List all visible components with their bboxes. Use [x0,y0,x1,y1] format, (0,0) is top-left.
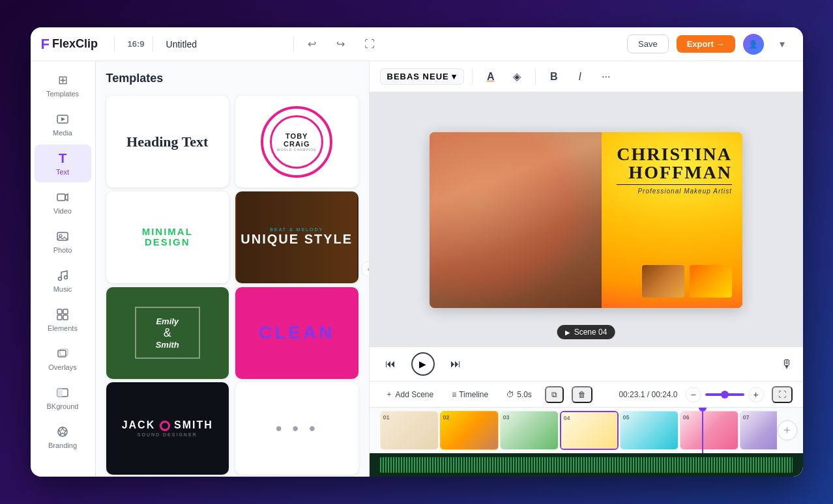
sidebar-item-overlays[interactable]: Overlays [35,340,91,378]
template-jack-smith[interactable]: JACK SMITH SOUND DESIGNER [106,382,229,474]
template-heading-text[interactable]: Heading Text [106,96,229,188]
header-divider-1 [114,36,115,52]
timeline-button[interactable]: ≡ Timeline [446,387,493,402]
device-frame: F FlexClip 16:9 Untitled ↩ ↪ ⛶ Save Expo… [31,27,803,477]
highlight-button[interactable]: ◈ [506,66,527,87]
template-minimal-design[interactable]: MINIMALDESIGN [106,191,229,283]
sidebar-label-music: Music [53,285,72,293]
timeline-clip-06[interactable]: 06 [680,411,738,450]
sidebar-item-photo[interactable]: Photo [35,223,91,260]
save-button[interactable]: Save [627,35,669,53]
elements-icon [55,307,70,322]
italic-button[interactable]: I [570,66,591,87]
zoom-in-button[interactable]: + [748,387,764,402]
zoom-slider[interactable] [705,393,744,396]
unique-title-label: UNIQUE STYLE [241,232,353,247]
bold-button[interactable]: B [544,66,564,87]
sidebar-label-media: Media [53,129,72,137]
svg-marker-1 [61,117,65,121]
emily-diamond-frame: Emily & Smith [135,307,200,359]
timeline-playhead [702,408,703,453]
heading-text-label: Heading Text [126,133,208,150]
italic-icon: I [579,71,581,83]
sidebar-item-media[interactable]: Media [35,105,91,143]
photo-2-image [690,265,732,298]
emily-line1: Emily [156,316,179,326]
canvas-scene-label: ▶ Scene 04 [557,325,615,339]
timeline-clip-05[interactable]: 05 [620,411,679,450]
skip-back-button[interactable]: ⏮ [380,354,401,374]
fullscreen-button[interactable]: ⛶ [359,34,380,55]
jack-name: JACK SMITH [122,419,213,431]
more-icon: ··· [602,71,610,83]
sidebar-item-templates[interactable]: ⊞ Templates [35,66,91,104]
sidebar-item-text[interactable]: T Text [35,145,91,182]
timeline-clip-07[interactable]: 07 [740,411,777,450]
video-controls: ⏮ ▶ ⏭ 🎙 [370,347,803,381]
text-color-icon: A [487,71,495,83]
template-dots[interactable]: • • • [235,382,358,474]
overlays-icon [55,346,70,361]
avatar[interactable]: 👤 [743,34,764,55]
sidebar-item-video[interactable]: Video [35,184,91,221]
svg-rect-15 [57,389,63,397]
account-dropdown-button[interactable]: ▾ [772,34,793,55]
skip-forward-button[interactable]: ⏭ [445,354,466,374]
logo-text: FlexClip [52,37,98,51]
sidebar-label-elements: Elements [48,324,78,332]
minimal-text-wrapper: MINIMALDESIGN [142,227,193,248]
timeline-clip-03[interactable]: 03 [500,411,559,450]
template-clean[interactable]: CLEAN [235,287,358,379]
sidebar-item-music[interactable]: Music [35,262,91,300]
clock-icon: ⏱ [506,390,514,399]
sidebar-item-branding[interactable]: Branding [35,418,91,456]
project-title-input[interactable]: Untitled [161,36,285,52]
logo: F FlexClip [41,36,106,53]
export-button[interactable]: Export → [677,35,735,53]
microphone-button[interactable]: 🎙 [781,357,793,371]
duplicate-button[interactable]: ⧉ [545,386,564,403]
redo-button[interactable]: ↪ [330,34,351,55]
svg-point-5 [59,234,62,237]
clip-number-03: 03 [503,414,510,421]
clip-number-01: 01 [383,414,390,421]
timeline-clip-01[interactable]: 01 [380,411,439,450]
text-color-button[interactable]: A [480,66,501,87]
emily-amp: & [164,326,171,340]
emily-line2: Smith [156,340,179,350]
timeline-row: 01 02 03 04 [370,408,803,453]
play-icon: ▶ [565,329,570,336]
person-image [430,132,602,308]
sidebar-item-elements[interactable]: Elements [35,301,91,339]
canvas-card[interactable]: CHRISTINA HOFFMAN Professional Makeup Ar… [430,132,742,308]
timeline-clip-04[interactable]: 04 [560,411,619,450]
template-toby-craig[interactable]: TOBYCRAiG WORLD CHAMPION [235,96,358,188]
template-grid: Heading Text TOBYCRAiG WORLD CHAMPION MI… [96,91,369,477]
font-selector[interactable]: BEBAS NEUE ▾ [380,68,464,85]
timeline-clip-02[interactable]: 02 [440,411,499,450]
delete-button[interactable]: 🗑 [572,386,592,403]
aspect-ratio: 16:9 [128,39,145,49]
audio-track [370,453,803,477]
sidebar-label-branding: Branding [48,441,77,449]
font-dropdown-icon: ▾ [452,72,457,81]
svg-rect-10 [57,315,62,320]
time-display: 00:23.1 / 00:24.0 [619,390,677,399]
play-pause-button[interactable]: ▶ [411,352,435,376]
expand-timeline-button[interactable]: ⛶ [772,386,793,403]
canvas-toolbar: BEBAS NEUE ▾ A ◈ B I ··· [370,61,803,92]
template-unique-style[interactable]: BEAT & MELODY UNIQUE STYLE [235,191,358,283]
toby-name: TOBYCRAiG [284,132,310,148]
undo-button[interactable]: ↩ [302,34,323,55]
add-clip-button[interactable]: + [777,420,798,441]
zoom-controls: − + [686,387,764,402]
dots-label: • • • [276,418,318,439]
more-options-button[interactable]: ··· [596,66,617,87]
zoom-out-button[interactable]: − [686,387,701,402]
sidebar-item-bkground[interactable]: BKground [35,379,91,417]
canvas-viewport: CHRISTINA HOFFMAN Professional Makeup Ar… [370,92,803,347]
current-time: 00:23.1 [619,390,645,399]
canvas-photo-2 [690,265,732,298]
add-scene-button[interactable]: ＋ Add Scene [380,386,439,402]
template-emily-smith[interactable]: Emily & Smith [106,287,229,379]
